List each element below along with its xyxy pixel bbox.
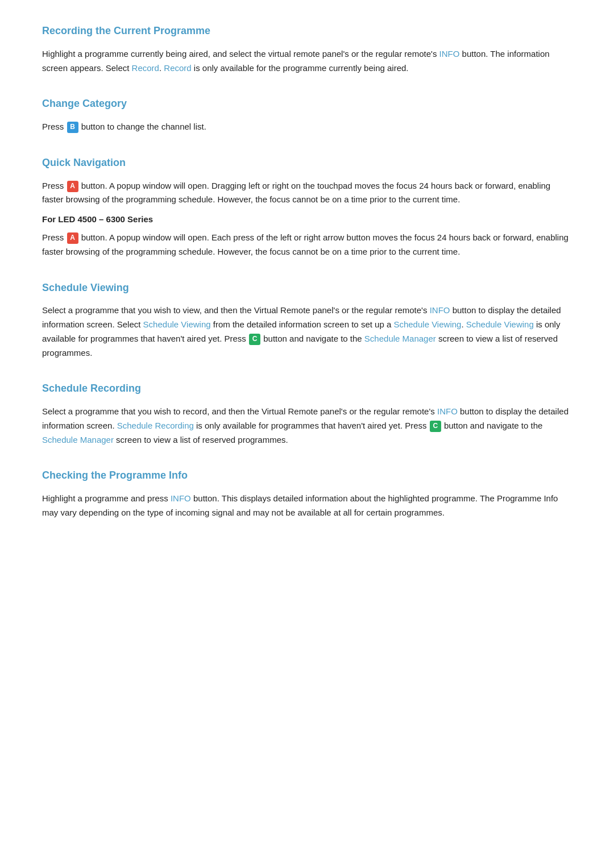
text-span: Select a programme that you wish to reco…: [42, 406, 437, 416]
section-body-change-category: Press B button to change the channel lis…: [42, 120, 572, 134]
inline-link[interactable]: Record: [164, 63, 191, 73]
text-span: screen to view a list of reserved progra…: [114, 435, 288, 445]
inline-link[interactable]: INFO: [171, 493, 191, 503]
text-span: button and navigate to the: [442, 421, 543, 430]
section-title-schedule-recording: Schedule Recording: [42, 380, 572, 397]
button-badge-c: C: [430, 421, 441, 432]
text-span: button. A popup window will open. Draggi…: [42, 181, 550, 205]
text-span: is only available for programmes that ha…: [194, 421, 429, 430]
inline-link[interactable]: INFO: [430, 305, 450, 315]
section-title-checking-programme-info: Checking the Programme Info: [42, 467, 572, 484]
section-recording-current: Recording the Current ProgrammeHighlight…: [42, 23, 572, 75]
text-span: Highlight a programme currently being ai…: [42, 49, 439, 59]
section-title-quick-navigation: Quick Navigation: [42, 155, 572, 171]
section-body-schedule-viewing: Select a programme that you wish to view…: [42, 304, 572, 360]
text-span: button and navigate to the: [261, 334, 364, 343]
subsection-title-quick-navigation: For LED 4500 – 6300 Series: [42, 213, 572, 226]
section-schedule-viewing: Schedule ViewingSelect a programme that …: [42, 280, 572, 360]
inline-link[interactable]: Schedule Viewing: [393, 319, 461, 329]
subsection-body-quick-navigation: Press A button. A popup window will open…: [42, 231, 572, 259]
text-span: Press: [42, 122, 67, 131]
text-span: button to change the channel list.: [79, 122, 206, 131]
button-badge-b: B: [67, 122, 78, 133]
inline-link[interactable]: Schedule Recording: [117, 421, 194, 430]
text-span: Press: [42, 181, 67, 190]
section-body-checking-programme-info: Highlight a programme and press INFO but…: [42, 492, 572, 520]
section-title-recording-current: Recording the Current Programme: [42, 23, 572, 39]
inline-link[interactable]: Record: [132, 63, 159, 73]
inline-link[interactable]: Schedule Manager: [364, 334, 436, 343]
section-checking-programme-info: Checking the Programme InfoHighlight a p…: [42, 467, 572, 520]
section-body-quick-navigation: Press A button. A popup window will open…: [42, 179, 572, 207]
text-span: is only available for the programme curr…: [192, 63, 409, 73]
text-span: Press: [42, 232, 67, 242]
page-content: Recording the Current ProgrammeHighlight…: [42, 23, 572, 520]
section-title-change-category: Change Category: [42, 95, 572, 112]
text-span: from the detailed information screen to …: [211, 319, 394, 329]
section-change-category: Change CategoryPress B button to change …: [42, 95, 572, 134]
section-body-recording-current: Highlight a programme currently being ai…: [42, 47, 572, 76]
section-title-schedule-viewing: Schedule Viewing: [42, 280, 572, 296]
button-badge-a: A: [67, 181, 78, 192]
section-quick-navigation: Quick NavigationPress A button. A popup …: [42, 155, 572, 259]
text-span: Highlight a programme and press: [42, 493, 171, 503]
inline-link[interactable]: Schedule Manager: [42, 435, 114, 445]
section-schedule-recording: Schedule RecordingSelect a programme tha…: [42, 380, 572, 447]
button-badge-c: C: [249, 334, 260, 345]
inline-link[interactable]: Schedule Viewing: [466, 319, 534, 329]
inline-link[interactable]: INFO: [437, 406, 458, 416]
text-span: Select a programme that you wish to view…: [42, 305, 430, 315]
inline-link[interactable]: INFO: [439, 49, 460, 59]
inline-link[interactable]: Schedule Viewing: [143, 319, 211, 329]
button-badge-a: A: [67, 232, 78, 244]
text-span: button. A popup window will open. Each p…: [42, 232, 569, 256]
section-body-schedule-recording: Select a programme that you wish to reco…: [42, 405, 572, 447]
text-span: .: [461, 319, 466, 329]
